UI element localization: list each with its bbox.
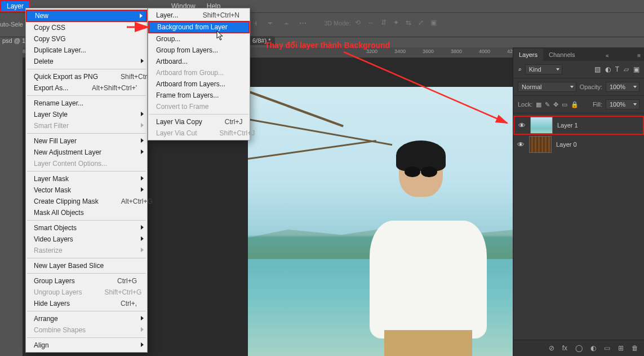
layers-panel-bottom-bar: ⊘ fx ◯ ◐ ▭ ⊞ 🗑 (513, 340, 644, 356)
submenu-arrow-icon (141, 316, 144, 320)
layer-new-submenu: Layer...Shift+Ctrl+N Background from Lay… (148, 8, 250, 140)
lock-artboard-icon[interactable]: ▭ (562, 101, 567, 108)
visibility-eye-icon[interactable]: 👁 (517, 140, 525, 149)
submenu-item-layer[interactable]: Layer...Shift+Ctrl+N (148, 10, 250, 21)
layer-fx-icon[interactable]: fx (562, 344, 567, 352)
filter-shape-icon[interactable]: ▱ (624, 65, 629, 73)
filter-adjust-icon[interactable]: ◐ (605, 65, 611, 73)
pan-icon[interactable]: ↔ (367, 19, 374, 27)
menu-item-mask-all-objects[interactable]: Mask All Objects (26, 207, 147, 218)
menu-item-hide-layers[interactable]: Hide LayersCtrl+, (26, 298, 147, 309)
submenu-item-convert-to-frame: Convert to Frame (148, 101, 250, 112)
menu-label: Copy SVG (34, 35, 66, 43)
rotate-icon[interactable]: ✦ (393, 19, 399, 27)
menu-item-smart-objects[interactable]: Smart Objects (26, 222, 147, 234)
submenu-arrow-icon (141, 342, 144, 347)
layer-name[interactable]: Layer 0 (556, 141, 577, 148)
camera-icon[interactable]: ▣ (430, 19, 437, 27)
tab-channels[interactable]: Channels (543, 49, 580, 61)
submenu-item-frame-from-layers[interactable]: Frame from Layers... (148, 90, 250, 101)
lock-all-icon[interactable]: 🔒 (571, 101, 579, 108)
more-icon[interactable]: ⋯ (299, 19, 307, 27)
tab-layers[interactable]: Layers (513, 49, 543, 61)
menu-item-new-layer-based-slice[interactable]: New Layer Based Slice (26, 260, 147, 271)
ruler-tick: 4000 (479, 49, 490, 54)
menu-label: Artboard from Group... (156, 69, 224, 77)
submenu-item-layer-via-copy[interactable]: Layer Via CopyCtrl+J (148, 116, 250, 128)
menu-item-create-clipping-mask[interactable]: Create Clipping MaskAlt+Ctrl+G (26, 196, 147, 207)
menu-item-export-as[interactable]: Export As...Alt+Shift+Ctrl+' (26, 82, 147, 94)
blend-mode-dropdown[interactable]: Normal (518, 82, 576, 92)
menu-shortcut: Alt+Ctrl+G (99, 197, 153, 205)
menu-item-copy-css[interactable]: Copy CSS (26, 22, 147, 33)
align-right-icon[interactable]: ⫠ (283, 19, 290, 27)
lock-position-icon[interactable]: ✥ (553, 101, 558, 108)
3d-mode-icons: ⟲ ↔ ⇵ ✦ ⇆ ⤢ ▣ (355, 19, 437, 27)
layer-row-layer1[interactable]: 👁 Layer 1 (513, 116, 644, 135)
submenu-item-artboard-from-layers[interactable]: Artboard from Layers... (148, 78, 250, 90)
submenu-item-artboard[interactable]: Artboard... (148, 56, 250, 67)
layer-name[interactable]: Layer 1 (557, 122, 578, 129)
layer-thumbnail[interactable] (530, 117, 553, 134)
filter-pixel-icon[interactable]: ▧ (594, 65, 601, 73)
menu-item-align[interactable]: Align (26, 340, 147, 351)
menu-separator (27, 273, 146, 274)
visibility-eye-icon[interactable]: 👁 (518, 121, 526, 130)
menu-item-vector-mask[interactable]: Vector Mask (26, 184, 147, 196)
menu-item-quick-export[interactable]: Quick Export as PNGShift+Ctrl+' (26, 71, 147, 82)
dolly-icon[interactable]: ⇵ (381, 19, 387, 27)
add-mask-icon[interactable]: ◯ (575, 344, 583, 352)
new-layer-icon[interactable]: ⊞ (618, 344, 624, 352)
panel-collapse-icon[interactable]: « (602, 50, 612, 61)
orbit-icon[interactable]: ⟲ (355, 19, 361, 27)
document-tab-left[interactable]: psd @ 1 (0, 37, 28, 47)
delete-layer-icon[interactable]: 🗑 (632, 344, 638, 352)
panel-menu-icon[interactable]: ≡ (634, 50, 644, 61)
menu-item-new[interactable]: New (26, 10, 147, 22)
scale-icon[interactable]: ⤢ (418, 19, 424, 27)
menu-item-group-layers[interactable]: Group LayersCtrl+G (26, 275, 147, 287)
menu-label: Group Layers (34, 277, 75, 285)
menu-item-new-fill-layer[interactable]: New Fill Layer (26, 135, 147, 147)
submenu-arrow-icon (141, 187, 144, 192)
submenu-item-group[interactable]: Group... (148, 33, 250, 45)
align-center-icon[interactable]: ⫟ (267, 19, 274, 27)
menu-item-new-adjustment-layer[interactable]: New Adjustment Layer (26, 147, 147, 158)
filter-smart-icon[interactable]: ▣ (633, 65, 639, 73)
menu-item-delete[interactable]: Delete (26, 56, 147, 67)
menu-item-rename-layer[interactable]: Rename Layer... (26, 98, 147, 109)
submenu-arrow-icon (141, 138, 144, 143)
submenu-item-group-from-layers[interactable]: Group from Layers... (148, 45, 250, 56)
lock-transparency-icon[interactable]: ▩ (536, 101, 541, 108)
menu-item-arrange[interactable]: Arrange (26, 313, 147, 324)
new-group-icon[interactable]: ▭ (604, 344, 610, 352)
link-layers-icon[interactable]: ⊘ (549, 344, 554, 352)
menu-label: Convert to Frame (156, 103, 208, 111)
menu-item-video-layers[interactable]: Video Layers (26, 234, 147, 245)
ruler-tick: 3800 (451, 49, 462, 54)
menu-item-copy-svg[interactable]: Copy SVG (26, 33, 147, 45)
lock-pixels-icon[interactable]: ✎ (545, 101, 550, 108)
menu-item-duplicate-layer[interactable]: Duplicate Layer... (26, 45, 147, 56)
opacity-value-dropdown[interactable]: 100% (606, 82, 639, 92)
filter-type-icon[interactable]: T (615, 65, 619, 73)
menu-item-layer-mask[interactable]: Layer Mask (26, 173, 147, 184)
menu-label: Duplicate Layer... (34, 46, 86, 54)
menu-item-combine-shapes: Combine Shapes (26, 324, 147, 336)
layer-thumbnail[interactable] (529, 136, 552, 153)
filter-kind-dropdown[interactable]: Kind (525, 64, 562, 74)
align-left-icon[interactable]: ⫞ (254, 19, 257, 27)
add-adjustment-icon[interactable]: ◐ (590, 344, 596, 352)
menu-shortcut: Shift+Ctrl+J (197, 129, 255, 137)
menu-label: Combine Shapes (34, 326, 86, 334)
menu-separator (27, 95, 146, 96)
fill-label: Fill: (593, 101, 602, 108)
fill-value-dropdown[interactable]: 100% (606, 99, 639, 109)
submenu-arrow-icon (141, 236, 144, 241)
slide-icon[interactable]: ⇆ (406, 19, 411, 27)
menu-shortcut: Shift+Ctrl+' (98, 73, 154, 81)
menu-item-layer-style[interactable]: Layer Style (26, 109, 147, 120)
menu-label: Smart Objects (34, 224, 77, 232)
layer-row-layer0[interactable]: 👁 Layer 0 (513, 135, 644, 154)
submenu-item-background-from-layer[interactable]: Background from Layer (148, 21, 250, 33)
